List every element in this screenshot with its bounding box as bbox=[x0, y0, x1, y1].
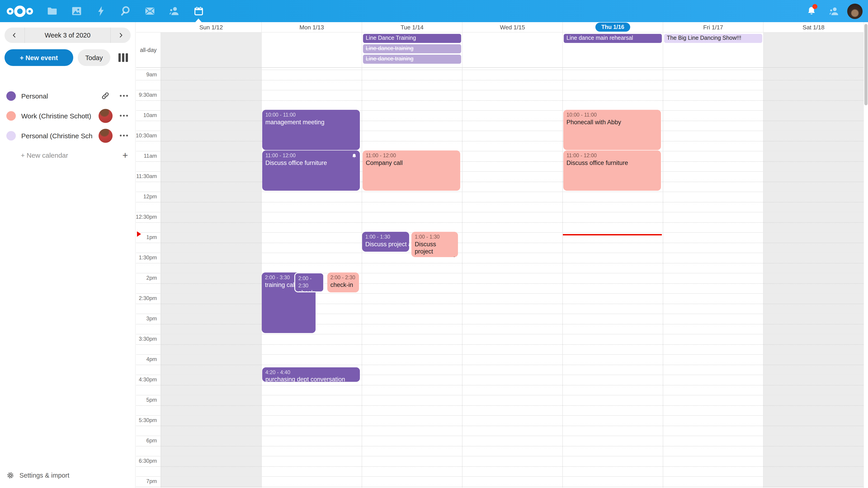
day-header: Sat 1/18 bbox=[763, 22, 864, 32]
day-column[interactable] bbox=[462, 68, 562, 488]
plus-icon: + bbox=[122, 150, 128, 160]
week-label[interactable]: Week 3 of 2020 bbox=[24, 28, 111, 43]
all-day-event[interactable]: Line dance main rehearsal bbox=[564, 34, 662, 43]
event[interactable]: 11:00 - 12:00Discuss office furniture bbox=[262, 151, 360, 191]
calendar-name: Work (Christine Schott) bbox=[21, 112, 93, 120]
time-label: 10:30am bbox=[136, 132, 157, 139]
day-header-gutter bbox=[136, 22, 161, 32]
vertical-scrollbar[interactable] bbox=[864, 22, 868, 488]
calendar-list-item[interactable]: Personal (Christine Scho... bbox=[0, 126, 135, 145]
time-label: 10am bbox=[143, 112, 157, 119]
all-day-cell: Line Dance TrainingLine dance trainingLi… bbox=[362, 33, 462, 67]
event-time: 1:00 - 1:30 bbox=[365, 234, 406, 240]
event[interactable]: 4:20 - 4:40purchasing dept conversation bbox=[262, 367, 360, 382]
time-label: 2:30pm bbox=[139, 295, 157, 301]
event[interactable]: 11:00 - 12:00Company call bbox=[363, 151, 460, 191]
time-label: 1:30pm bbox=[139, 254, 157, 261]
time-label: 3pm bbox=[146, 315, 157, 322]
notifications-button[interactable] bbox=[800, 0, 823, 22]
search-icon bbox=[120, 5, 131, 17]
calendar-menu-button[interactable] bbox=[118, 95, 130, 97]
time-label: 2pm bbox=[146, 275, 157, 281]
contacts-menu-icon bbox=[829, 6, 839, 17]
calendar-name: Personal (Christine Scho... bbox=[21, 132, 93, 139]
photos-icon bbox=[71, 5, 82, 17]
event[interactable]: 10:00 - 11:00Phonecall with Abby bbox=[563, 110, 661, 150]
avatar bbox=[98, 129, 112, 142]
event-title: Phonecall with Abby bbox=[566, 119, 658, 126]
all-day-event[interactable]: The Big Line Dancing Show!!! bbox=[664, 34, 762, 43]
time-label: 6pm bbox=[146, 437, 157, 444]
nextcloud-logo[interactable] bbox=[0, 4, 40, 18]
all-day-cell: The Big Line Dancing Show!!! bbox=[663, 33, 763, 67]
day-column[interactable]: 11:00 - 12:00Company call1:00 - 1:30Disc… bbox=[362, 68, 462, 488]
view-columns-icon[interactable] bbox=[119, 53, 128, 62]
today-day-pill[interactable]: Thu 1/16 bbox=[595, 23, 630, 32]
contacts-menu-button[interactable] bbox=[823, 0, 845, 22]
calendar-list-item[interactable]: Work (Christine Schott) bbox=[0, 106, 135, 126]
event[interactable]: 10:00 - 11:00management meeting bbox=[262, 110, 360, 150]
day-column[interactable] bbox=[763, 68, 864, 488]
settings-import-label: Settings & import bbox=[20, 472, 69, 479]
current-time-arrow bbox=[137, 231, 141, 237]
scrollbar-thumb[interactable] bbox=[864, 24, 868, 105]
today-button[interactable]: Today bbox=[78, 49, 110, 66]
active-app-caret bbox=[195, 19, 202, 22]
calendar-menu-button[interactable] bbox=[118, 115, 130, 117]
time-label: 4:30pm bbox=[139, 377, 157, 383]
event[interactable]: 1:00 - 1:30Discuss project announcement bbox=[412, 232, 458, 257]
event-time: 11:00 - 12:00 bbox=[266, 152, 357, 159]
calendar-color-dot bbox=[6, 131, 16, 140]
day-column[interactable]: 10:00 - 11:00management meeting11:00 - 1… bbox=[261, 68, 362, 488]
event[interactable]: 11:00 - 12:00Discuss office furniture bbox=[563, 151, 661, 191]
share-link-icon[interactable] bbox=[98, 89, 113, 103]
new-event-button[interactable]: + New event bbox=[4, 49, 73, 66]
current-time-line bbox=[563, 234, 662, 235]
event[interactable]: 2:00 - 2:30check-in bbox=[327, 272, 359, 292]
user-menu-button[interactable] bbox=[845, 0, 868, 22]
new-calendar-button[interactable]: + New calendar+ bbox=[0, 145, 135, 164]
alarm-bell-icon bbox=[351, 153, 357, 159]
day-header: Wed 1/15 bbox=[462, 22, 562, 32]
app-mail[interactable] bbox=[137, 0, 162, 22]
nextcloud-calendar-app: Week 3 of 2020 + New event Today Persona… bbox=[0, 0, 868, 488]
event-time: 11:00 - 12:00 bbox=[566, 152, 658, 159]
event-title: Discuss project announcement bbox=[365, 240, 406, 248]
event-time: 4:20 - 4:40 bbox=[266, 369, 357, 376]
calendar-color-dot bbox=[6, 91, 16, 101]
next-week-button[interactable] bbox=[111, 28, 131, 43]
folder-icon bbox=[46, 5, 58, 17]
app-search[interactable] bbox=[113, 0, 137, 22]
settings-import-button[interactable]: Settings & import bbox=[0, 466, 135, 484]
mail-icon bbox=[144, 5, 155, 17]
event-time: 2:00 - 2:30 bbox=[331, 274, 356, 281]
app-activity[interactable] bbox=[89, 0, 113, 22]
chevron-right-icon bbox=[117, 32, 124, 39]
calendar-owner-avatar bbox=[98, 128, 113, 143]
event[interactable]: 2:00 - 2:30check-in bbox=[294, 272, 324, 292]
day-column[interactable]: 10:00 - 11:00Phonecall with Abby11:00 - … bbox=[562, 68, 663, 488]
calendar-list-item[interactable]: Personal bbox=[0, 86, 135, 106]
day-column[interactable] bbox=[161, 68, 261, 488]
app-photos[interactable] bbox=[64, 0, 89, 22]
app-calendar[interactable] bbox=[186, 0, 211, 22]
all-day-cell bbox=[161, 33, 261, 67]
all-day-cell: Line dance main rehearsal bbox=[562, 33, 663, 67]
time-label: 7pm bbox=[146, 478, 157, 484]
app-contacts[interactable] bbox=[162, 0, 186, 22]
previous-week-button[interactable] bbox=[4, 28, 24, 43]
time-gutter: 9am9:30am10am10:30am11am11:30am12pm12:30… bbox=[136, 68, 161, 488]
event-title: management meeting bbox=[266, 119, 357, 126]
time-label: 9:30am bbox=[139, 92, 157, 98]
all-day-event[interactable]: Line dance training bbox=[363, 55, 461, 64]
day-column[interactable] bbox=[663, 68, 763, 488]
all-day-event[interactable]: Line dance training bbox=[363, 44, 461, 53]
app-files[interactable] bbox=[40, 0, 64, 22]
all-day-event[interactable]: Line Dance Training bbox=[363, 34, 461, 43]
event-title: check-in bbox=[298, 289, 320, 292]
calendar-color-dot bbox=[6, 111, 16, 121]
event[interactable]: 1:00 - 1:30Discuss project announcement bbox=[362, 232, 409, 252]
day-header: Sun 1/12 bbox=[161, 22, 261, 32]
calendar-menu-button[interactable] bbox=[118, 135, 130, 136]
all-day-cell bbox=[261, 33, 362, 67]
